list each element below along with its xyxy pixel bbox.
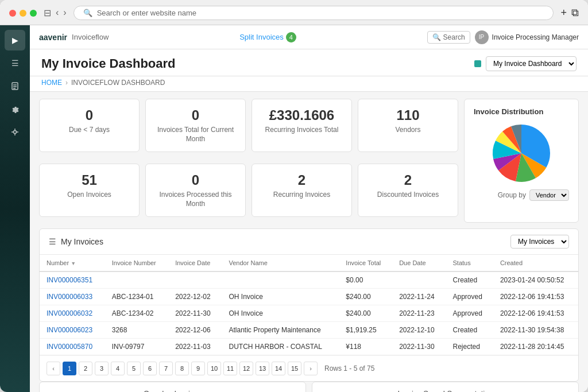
invoice-number-link[interactable]: INV000006023: [40, 322, 105, 339]
stat-open-invoices-number: 51: [49, 172, 130, 188]
avatar: IP: [475, 30, 489, 44]
traffic-lights: [9, 10, 37, 17]
app-name: Invoiceflow: [72, 33, 109, 41]
menu-icon: ☰: [49, 237, 56, 246]
stat-processed-number: 0: [155, 172, 236, 188]
page-btn-9[interactable]: 9: [191, 362, 205, 375]
page-btn-2[interactable]: 2: [79, 362, 92, 375]
next-page-button[interactable]: ›: [304, 362, 318, 375]
page-btn-15[interactable]: 15: [288, 362, 301, 375]
vendor-name-cell: [222, 271, 339, 289]
address-bar[interactable]: 🔍 Search or enter website name: [74, 6, 554, 20]
stat-processed-label: Invoices Processed this Month: [155, 191, 236, 208]
page-btn-4[interactable]: 4: [111, 362, 125, 375]
split-invoices-badge[interactable]: Split Invoices 4: [239, 32, 296, 42]
group-by-label: Group by: [498, 191, 526, 199]
col-vendor-name[interactable]: Vendor Name: [222, 255, 339, 271]
svg-point-4: [14, 131, 17, 134]
stat-due-7days-number: 0: [49, 107, 130, 123]
user-info: IP Invoice Processing Manager: [475, 30, 579, 44]
col-invoice-total[interactable]: Invoice Total: [339, 255, 392, 271]
dashboard-row: 0 Due < 7 days 0 Invoices Total for Curr…: [39, 99, 579, 223]
page-btn-12[interactable]: 12: [239, 362, 253, 375]
maximize-button[interactable]: [30, 10, 37, 17]
page-btn-8[interactable]: 8: [175, 362, 189, 375]
invoice-number-link[interactable]: INV000006033: [40, 289, 105, 305]
main-content: aavenir Invoiceflow Split Invoices 4 🔍 S…: [30, 25, 588, 392]
table-row: INV000006023 3268 2022-12-06 Atlantic Pr…: [40, 322, 578, 339]
search-input[interactable]: 🔍 Search: [427, 31, 470, 44]
split-invoices-count: 4: [286, 32, 296, 42]
invoices-header-left: ☰ My Invoices: [49, 237, 103, 246]
invoice-number-link[interactable]: INV000005870: [40, 339, 105, 355]
page-btn-7[interactable]: 7: [159, 362, 173, 375]
sidebar-item-document[interactable]: [5, 76, 25, 96]
browser-window: ⊟ ‹ › 🔍 Search or enter website name + ⧉…: [0, 0, 588, 392]
col-due-date[interactable]: Due Date: [392, 255, 446, 271]
breadcrumb-home[interactable]: HOME: [41, 79, 62, 87]
invoice-number-cell: [105, 271, 168, 289]
vendor-name-cell: OH Invoice: [222, 289, 339, 305]
sidebar-item-home[interactable]: ▶: [5, 30, 25, 51]
page-btn-3[interactable]: 3: [95, 362, 109, 375]
vendor-name-cell: Atlantic Property Maintenance: [222, 322, 339, 339]
status-badge: Rejected: [446, 339, 493, 355]
created-date-cell: 2022-12-06 19:41:53: [493, 305, 578, 322]
due-date-cell: [392, 271, 446, 289]
stat-discounted-number: 2: [368, 172, 448, 188]
page-btn-13[interactable]: 13: [256, 362, 269, 375]
stat-vendors: 110 Vendors: [358, 99, 458, 152]
col-invoice-number[interactable]: Invoice Number: [105, 255, 168, 271]
close-button[interactable]: [9, 10, 16, 17]
invoice-total-cell: $240.00: [339, 289, 392, 305]
invoice-total-cell: $0.00: [339, 271, 392, 289]
table-row: INV000005870 INV-09797 2022-11-03 DUTCH …: [40, 339, 578, 355]
invoice-number-link[interactable]: INV000006351: [40, 271, 105, 289]
sidebar-toggle-icon[interactable]: ⊟: [44, 7, 51, 18]
stat-vendors-label: Vendors: [368, 126, 448, 135]
page-btn-11[interactable]: 11: [223, 362, 237, 375]
table-row: INV000006351 $0.00 Created 2023-01-24 00…: [40, 271, 578, 289]
address-text: Search or enter website name: [97, 9, 196, 17]
page-btn-5[interactable]: 5: [127, 362, 141, 375]
tabs-icon[interactable]: ⧉: [571, 7, 579, 19]
invoices-filter-select[interactable]: My Invoices All Invoices: [510, 235, 569, 249]
minimize-button[interactable]: [20, 10, 26, 17]
invoice-spend-section: Invoice Spend Segmentation: [312, 382, 579, 392]
stat-discounted-label: Discounted Invoices: [368, 191, 448, 200]
due-date-cell: 2022-12-10: [392, 322, 446, 339]
stat-invoices-total-label: Invoices Total for Current Month: [155, 126, 236, 143]
group-by-select[interactable]: Vendor Status Date: [529, 189, 569, 201]
split-invoices-label: Split Invoices: [239, 33, 284, 41]
content-area: 0 Due < 7 days 0 Invoices Total for Curr…: [30, 92, 588, 392]
sidebar-item-integrations[interactable]: [5, 122, 25, 142]
search-placeholder: Search: [443, 33, 465, 41]
invoice-date-cell: 2022-12-02: [168, 289, 222, 305]
col-status[interactable]: Status: [446, 255, 493, 271]
back-icon[interactable]: ‹: [56, 7, 59, 18]
dashboard-select[interactable]: My Invoice Dashboard: [486, 56, 577, 71]
col-invoice-date[interactable]: Invoice Date: [168, 255, 222, 271]
sidebar-item-settings[interactable]: [5, 99, 25, 119]
page-btn-14[interactable]: 14: [272, 362, 285, 375]
table-container: Number ▼ Invoice Number Invoice Date Ven…: [40, 255, 578, 355]
prev-page-button[interactable]: ‹: [47, 362, 60, 375]
page-btn-6[interactable]: 6: [143, 362, 157, 375]
search-icon: 🔍: [83, 9, 92, 17]
forward-icon[interactable]: ›: [63, 7, 66, 18]
page-btn-1[interactable]: 1: [63, 362, 76, 375]
add-tab-icon[interactable]: +: [560, 7, 567, 19]
breadcrumb: HOME › INVOICEFLOW DASHBOARD: [30, 76, 588, 92]
invoice-number-link[interactable]: INV000006032: [40, 305, 105, 322]
stat-invoices-total-number: 0: [155, 107, 236, 123]
invoices-table: Number ▼ Invoice Number Invoice Date Ven…: [40, 255, 578, 355]
page-btn-10[interactable]: 10: [207, 362, 221, 375]
sidebar-item-grid[interactable]: ☰: [5, 53, 25, 73]
top-bar-center: Split Invoices 4: [239, 32, 296, 42]
col-number[interactable]: Number ▼: [40, 255, 105, 271]
stat-recurring-total-number: £330.1606: [261, 107, 342, 123]
stat-open-invoices-label: Open Invoices: [49, 191, 130, 200]
overdue-invoices-section: Overdue Invoices: [39, 382, 306, 392]
col-created[interactable]: Created: [493, 255, 578, 271]
stat-recurring-label: Recurring Invoices: [261, 191, 342, 200]
